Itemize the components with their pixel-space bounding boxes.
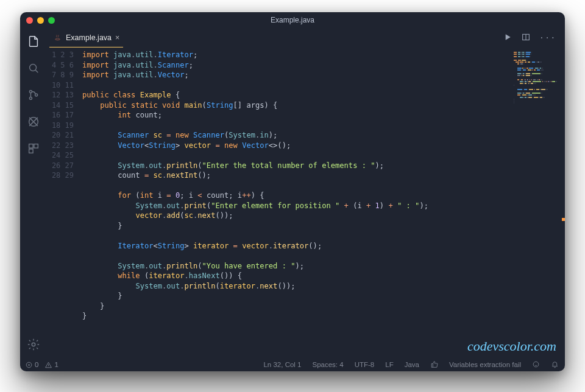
java-file-icon (53, 33, 62, 43)
extensions-icon[interactable] (26, 141, 41, 156)
status-eol[interactable]: LF (385, 361, 393, 368)
status-position[interactable]: Ln 32, Col 1 (263, 361, 301, 368)
close-window-button[interactable] (26, 17, 33, 24)
tab-example-java[interactable]: Example.java × (47, 28, 126, 47)
svg-point-0 (30, 65, 37, 71)
run-icon[interactable] (503, 32, 512, 44)
status-feedback-icon[interactable] (532, 360, 540, 369)
debug-icon[interactable] (26, 114, 41, 129)
status-spaces[interactable]: Spaces: 4 (312, 361, 343, 368)
line-number-gutter: 1 2 3 4 5 6 7 8 9 10 11 12 13 14 15 16 1… (47, 47, 82, 358)
watermark: codevscolor.com (467, 338, 556, 354)
tab-actions: ··· (503, 28, 565, 47)
svg-point-8 (32, 343, 35, 346)
title-bar: Example.java (20, 12, 565, 28)
tab-bar: Example.java × ··· (47, 28, 565, 47)
tab-label: Example.java (66, 33, 112, 42)
status-like-icon[interactable] (430, 360, 438, 369)
svg-point-12 (533, 362, 539, 367)
minimize-window-button[interactable] (37, 17, 44, 24)
svg-point-3 (35, 94, 38, 96)
activity-bar (20, 28, 47, 358)
svg-rect-7 (29, 149, 33, 153)
tab-close-icon[interactable]: × (115, 33, 119, 42)
more-actions-icon[interactable]: ··· (539, 33, 556, 42)
minimap[interactable] (514, 51, 561, 124)
status-bar: 0 1 Ln 32, Col 1 Spaces: 4 UTF-8 LF Java… (20, 358, 565, 371)
code-area[interactable]: 1 2 3 4 5 6 7 8 9 10 11 12 13 14 15 16 1… (47, 47, 565, 358)
status-extraction[interactable]: Variables extraction fail (449, 361, 521, 368)
status-language[interactable]: Java (405, 361, 419, 368)
traffic-lights (26, 17, 55, 24)
status-encoding[interactable]: UTF-8 (355, 361, 375, 368)
search-icon[interactable] (26, 61, 41, 75)
svg-point-1 (29, 90, 32, 93)
maximize-window-button[interactable] (48, 17, 55, 24)
status-bell-icon[interactable] (551, 360, 559, 369)
svg-rect-6 (34, 144, 38, 148)
explorer-icon[interactable] (26, 34, 41, 49)
svg-point-2 (29, 97, 32, 99)
svg-rect-5 (29, 144, 33, 148)
scroll-indicator (562, 218, 565, 221)
status-errors[interactable]: 0 (25, 361, 38, 369)
editor-window: Example.java (20, 12, 565, 371)
source-control-icon[interactable] (26, 88, 41, 102)
settings-icon[interactable] (26, 337, 41, 352)
split-editor-icon[interactable] (521, 32, 531, 44)
code-content[interactable]: import java.util.Iterator; import java.u… (82, 47, 565, 358)
window-title: Example.java (20, 16, 565, 24)
status-warnings[interactable]: 1 (44, 361, 58, 369)
